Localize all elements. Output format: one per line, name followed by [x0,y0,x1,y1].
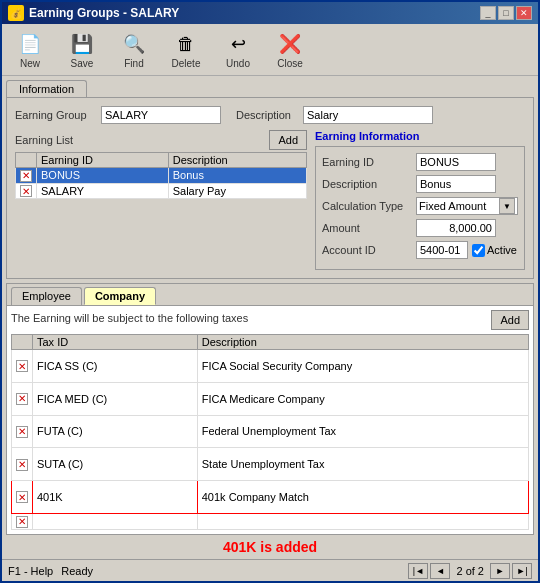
nav-first-button[interactable]: |◄ [408,563,428,579]
tax-row-id: FICA SS (C) [33,350,198,383]
ei-description-input[interactable] [416,175,496,193]
description-input[interactable] [303,106,433,124]
description-label: Description [227,109,297,121]
tax-row-desc: Federal Unemployment Tax [197,415,528,448]
nav-page-text: 2 of 2 [452,565,488,577]
col-earning-id: Earning ID [37,153,169,168]
save-button[interactable]: 💾 Save [60,27,104,72]
earning-group-input[interactable] [101,106,221,124]
undo-button[interactable]: ↩ Undo [216,27,260,72]
bottom-wrapper: Employee Company The Earning will be sub… [6,283,534,555]
earning-list-header-row: Earning ID Description [16,153,307,168]
x-icon[interactable]: ✕ [16,426,28,438]
ei-amount-input[interactable] [416,219,496,237]
x-icon[interactable]: ✕ [16,459,28,471]
ei-description-row: Description [322,175,518,193]
active-label: Active [487,244,517,256]
earning-row-x[interactable]: ✕ [16,168,37,184]
earning-group-label: Earning Group [15,109,95,121]
tax-row-id: SUTA (C) [33,448,198,481]
earning-list-add-button[interactable]: Add [269,130,307,150]
account-row: Active [416,241,517,259]
tax-row-x[interactable]: ✕ [12,481,33,514]
bottom-add-button[interactable]: Add [491,310,529,330]
tax-row-desc: State Unemployment Tax [197,448,528,481]
tax-row-desc: FICA Social Security Company [197,350,528,383]
active-checkbox[interactable] [472,244,485,257]
main-window: 💰 Earning Groups - SALARY _ □ ✕ 📄 New 💾 … [0,0,540,583]
active-checkbox-area: Active [472,244,517,257]
earning-row-desc: Bonus [168,168,306,184]
window-close-button[interactable]: ✕ [516,6,532,20]
two-col-layout: Earning List Add Earning ID Description [15,130,525,270]
window-icon: 💰 [8,5,24,21]
x-icon[interactable]: ✕ [16,360,28,372]
maximize-button[interactable]: □ [498,6,514,20]
ei-calc-type-row: Calculation Type Fixed Amount ▼ [322,197,518,215]
find-label: Find [124,58,143,69]
earning-list-header: Earning List Add [15,130,307,150]
ei-earning-id-input[interactable] [416,153,496,171]
delete-label: Delete [172,58,201,69]
earning-list-table: Earning ID Description ✕ BONUS Bonus ✕ S… [15,152,307,199]
ei-amount-label: Amount [322,222,412,234]
undo-icon: ↩ [224,30,252,58]
calc-type-dropdown[interactable]: Fixed Amount ▼ [416,197,518,215]
ei-description-label: Description [322,178,412,190]
earning-info-form: Earning ID Description Calculation Type [315,146,525,270]
col-description: Description [168,153,306,168]
tax-row-x[interactable]: ✕ [12,350,33,383]
minimize-button[interactable]: _ [480,6,496,20]
tax-table-row[interactable]: ✕ FICA MED (C) FICA Medicare Company [12,382,529,415]
x-icon[interactable]: ✕ [20,170,32,182]
earning-list-row[interactable]: ✕ SALARY Salary Pay [16,183,307,199]
delete-button[interactable]: 🗑 Delete [164,27,208,72]
tax-table-row[interactable]: ✕ SUTA (C) State Unemployment Tax [12,448,529,481]
tax-row-x[interactable]: ✕ [12,415,33,448]
tax-row-id: 401K [33,481,198,514]
ei-earning-id-label: Earning ID [322,156,412,168]
calc-type-value: Fixed Amount [419,200,486,212]
tax-table-row[interactable]: ✕ FICA SS (C) FICA Social Security Compa… [12,350,529,383]
find-icon: 🔍 [120,30,148,58]
nav-last-button[interactable]: ►| [512,563,532,579]
close-label: Close [277,58,303,69]
company-tab[interactable]: Company [84,287,156,305]
ei-account-id-input[interactable] [416,241,468,259]
ei-amount-row: Amount [322,219,518,237]
x-icon[interactable]: ✕ [16,491,28,503]
status-nav: |◄ ◄ 2 of 2 ► ►| [408,563,532,579]
earning-row-x[interactable]: ✕ [16,183,37,199]
x-icon[interactable]: ✕ [20,185,32,197]
dropdown-arrow-icon: ▼ [499,198,515,214]
window-title: Earning Groups - SALARY [29,6,179,20]
title-bar-left: 💰 Earning Groups - SALARY [8,5,179,21]
tax-table-row[interactable]: ✕ 401K 401k Company Match [12,481,529,514]
empty-x-icon[interactable]: ✕ [16,516,28,528]
new-label: New [20,58,40,69]
bottom-section: Employee Company The Earning will be sub… [6,283,534,535]
save-label: Save [71,58,94,69]
subject-text: The Earning will be subject to the follo… [11,312,248,324]
tax-row-id: FICA MED (C) [33,382,198,415]
nav-prev-button[interactable]: ◄ [430,563,450,579]
find-button[interactable]: 🔍 Find [112,27,156,72]
col-check [16,153,37,168]
status-left: F1 - Help Ready [8,565,93,577]
undo-label: Undo [226,58,250,69]
nav-next-button[interactable]: ► [490,563,510,579]
tax-table-row[interactable]: ✕ FUTA (C) Federal Unemployment Tax [12,415,529,448]
close-button[interactable]: ❌ Close [268,27,312,72]
tax-row-x[interactable]: ✕ [12,448,33,481]
information-tab[interactable]: Information [6,80,87,97]
x-icon[interactable]: ✕ [16,393,28,405]
title-bar: 💰 Earning Groups - SALARY _ □ ✕ [2,2,538,24]
empty-x-cell: ✕ [12,514,33,530]
new-button[interactable]: 📄 New [8,27,52,72]
save-icon: 💾 [68,30,96,58]
employee-tab[interactable]: Employee [11,287,82,305]
tax-row-x[interactable]: ✕ [12,382,33,415]
earning-list-row[interactable]: ✕ BONUS Bonus [16,168,307,184]
tax-row-id: FUTA (C) [33,415,198,448]
empty-desc-cell [197,514,528,530]
